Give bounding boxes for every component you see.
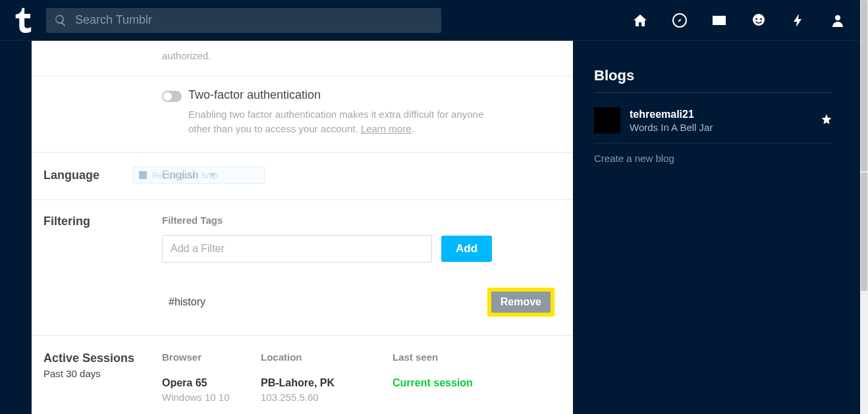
svg-point-2: [755, 18, 757, 20]
filtered-tag-text: #history: [162, 296, 487, 308]
tfa-learn-more-link[interactable]: Learn more: [361, 123, 412, 134]
svg-point-3: [760, 18, 762, 20]
create-blog-link[interactable]: Create a new blog: [594, 153, 674, 164]
add-filter-button[interactable]: Add: [441, 236, 492, 262]
browser-scrollbar[interactable]: [860, 0, 868, 414]
blogs-sidebar: Blogs tehreemali21 Words In A Bell Jar C…: [573, 41, 860, 414]
sessions-label: Active Sessions: [43, 351, 162, 365]
tfa-desc-text: Enabling two factor authentication makes…: [188, 109, 483, 134]
filtering-label: Filtering: [43, 215, 162, 228]
remove-highlight: Remove: [487, 288, 555, 317]
session-browser: Opera 65: [162, 377, 261, 389]
filter-input[interactable]: [162, 235, 432, 263]
svg-point-4: [835, 15, 840, 20]
session-last-seen: Current session: [393, 377, 555, 389]
col-location: Location: [261, 351, 393, 363]
messaging-icon[interactable]: [751, 13, 767, 28]
session-row: Opera 65 Windows 10 10 PB-Lahore, PK 103…: [162, 377, 555, 403]
filtering-section: Filtering Filtered Tags Add #history Rem…: [32, 200, 573, 336]
tfa-description: Enabling two factor authentication makes…: [188, 107, 504, 136]
authorized-fragment: authorized.: [32, 50, 573, 76]
blog-subtitle: Words In A Bell Jar: [630, 122, 713, 133]
col-last-seen: Last seen: [393, 351, 555, 363]
col-browser: Browser: [162, 351, 261, 363]
filtered-tag-row: #history Remove: [162, 288, 555, 317]
blog-avatar: [594, 107, 620, 134]
divider: [594, 92, 832, 93]
tfa-toggle[interactable]: [162, 91, 182, 102]
inbox-icon[interactable]: [711, 13, 727, 28]
svg-point-1: [753, 14, 765, 26]
session-ip: 103.255.5.60: [261, 392, 393, 403]
tfa-section: Two-factor authentication Enabling two f…: [32, 76, 573, 153]
sessions-header: Browser Location Last seen: [162, 351, 555, 363]
explore-icon[interactable]: [672, 13, 688, 28]
tfa-title: Two-factor authentication: [188, 88, 504, 102]
sessions-sublabel: Past 30 days: [43, 368, 162, 379]
remove-filter-button[interactable]: Remove: [491, 292, 551, 313]
activity-icon[interactable]: [790, 13, 806, 28]
search-box[interactable]: [46, 8, 441, 33]
tumblr-logo-icon[interactable]: [14, 8, 33, 33]
scrollbar-thumb[interactable]: [861, 0, 867, 171]
blog-item[interactable]: tehreemali21 Words In A Bell Jar: [594, 103, 832, 143]
home-icon[interactable]: [632, 13, 648, 28]
language-section: Language English Rectangular Snip: [32, 153, 573, 200]
sessions-section: Active Sessions Past 30 days Browser Loc…: [32, 336, 573, 415]
scrollbar-thumb[interactable]: [861, 172, 867, 291]
top-nav: [0, 0, 860, 41]
session-os: Windows 10 10: [162, 392, 261, 403]
session-location: PB-Lahore, PK: [261, 377, 393, 389]
blogs-title: Blogs: [594, 67, 832, 84]
star-icon[interactable]: [821, 113, 832, 128]
blog-name: tehreemali21: [630, 109, 713, 120]
account-icon[interactable]: [830, 13, 846, 28]
search-icon: [54, 14, 67, 27]
snip-overlay: Rectangular Snip: [133, 167, 265, 184]
search-input[interactable]: [75, 13, 433, 27]
filtered-tags-label: Filtered Tags: [162, 215, 555, 226]
settings-panel: authorized. Two-factor authentication En…: [32, 41, 573, 414]
